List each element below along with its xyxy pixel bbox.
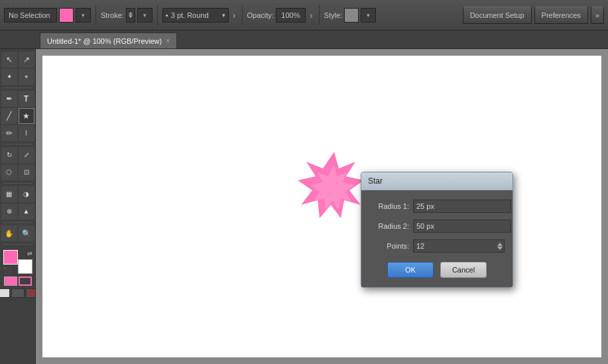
tool-separator-1	[3, 88, 32, 88]
hand-tool[interactable]: ✋	[1, 225, 17, 241]
paintbucket-tool[interactable]: ▲	[19, 204, 34, 219]
rotate-tool[interactable]: ↻	[1, 147, 17, 163]
toolbox: ↖ ↗ ✦ ⌖ ✒ T ╱ ★ ✏ ⌇ ↻ ⤢ ⬡ ⊡ ▦	[0, 49, 36, 364]
canvas-area: Star Radius 1: Radius 2: Points:	[36, 49, 608, 364]
fill-dropdown[interactable]	[76, 8, 91, 23]
tool-row-1: ↖ ↗	[1, 52, 34, 68]
fill-color-swatch[interactable]	[59, 8, 74, 23]
style-dropdown[interactable]	[361, 8, 376, 23]
radius2-label: Radius 2:	[369, 222, 409, 230]
dialog-buttons: OK Cancel	[369, 262, 505, 278]
points-down-icon[interactable]	[497, 247, 503, 250]
brush-label: 3 pt. Round	[171, 11, 209, 19]
fill-indicator[interactable]	[4, 276, 17, 286]
color-swatches: ⇄ ⬛	[3, 250, 32, 274]
zoom-tool[interactable]: 🔍	[19, 225, 34, 241]
opacity-label: Opacity:	[247, 11, 274, 19]
tool-separator-3	[3, 183, 32, 184]
tab-close-button[interactable]: ×	[166, 37, 170, 44]
stroke-dropdown[interactable]	[137, 8, 152, 23]
brush-expand-btn[interactable]: ›	[231, 10, 237, 21]
select-tool[interactable]: ↖	[1, 52, 17, 68]
tool-separator-2	[3, 144, 32, 145]
graph-tool[interactable]: ▦	[1, 186, 17, 202]
points-spinner[interactable]	[413, 239, 505, 253]
background-color-swatch[interactable]	[18, 259, 32, 274]
selection-label: No Selection	[4, 8, 57, 23]
tool-row-8: ▦ ◑	[1, 186, 34, 202]
tool-row-3: ✒ T	[1, 91, 34, 107]
brush-selector[interactable]: • 3 pt. Round	[162, 8, 229, 23]
stroke-spinner[interactable]	[126, 8, 135, 23]
warp-tool[interactable]: ⬡	[1, 164, 17, 180]
style-swatch[interactable]	[344, 8, 359, 23]
stroke-down-icon[interactable]	[129, 15, 133, 18]
points-spinner-buttons	[497, 240, 504, 252]
main-area: ↖ ↗ ✦ ⌖ ✒ T ╱ ★ ✏ ⌇ ↻ ⤢ ⬡ ⊡ ▦	[0, 49, 608, 364]
stroke-indicator[interactable]	[19, 276, 32, 286]
stroke-label: Stroke:	[101, 11, 124, 19]
opacity-expand-btn[interactable]: ›	[308, 10, 314, 21]
dialog-body: Radius 1: Radius 2: Points:	[361, 190, 513, 287]
pen-tool[interactable]: ✒	[1, 91, 17, 107]
points-input[interactable]	[414, 242, 497, 250]
document-tab[interactable]: Untitled-1* @ 100% (RGB/Preview) ×	[40, 32, 177, 48]
style-label: Style:	[324, 11, 343, 19]
swap-colors-icon[interactable]: ⇄	[27, 250, 32, 257]
tool-row-10: ✋ 🔍	[1, 225, 34, 241]
divider3	[242, 5, 243, 25]
normal-mode-btn[interactable]	[0, 288, 10, 298]
gradient-mode-btn[interactable]	[11, 288, 25, 298]
tab-bar: Untitled-1* @ 100% (RGB/Preview) ×	[0, 30, 608, 49]
opacity-section: Opacity:	[247, 8, 306, 23]
tool-row-4: ╱ ★	[1, 108, 34, 124]
stroke-up-icon[interactable]	[129, 12, 133, 15]
cancel-button[interactable]: Cancel	[440, 262, 487, 278]
tab-title: Untitled-1* @ 100% (RGB/Preview)	[47, 37, 162, 45]
fill-stroke-area	[4, 276, 32, 286]
more-button[interactable]: »	[591, 7, 604, 24]
dialog-title: Star	[368, 176, 383, 186]
radius1-input[interactable]	[413, 200, 511, 213]
tool-row-2: ✦ ⌖	[1, 69, 34, 85]
stroke-spinner-btns[interactable]	[129, 12, 133, 18]
tool-separator-4	[3, 222, 32, 223]
stroke-controls: Stroke:	[101, 8, 152, 23]
ok-button[interactable]: OK	[387, 262, 434, 278]
tool-row-6: ↻ ⤢	[1, 147, 34, 163]
default-colors-icon[interactable]: ⬛	[3, 267, 11, 274]
prefs-button[interactable]: Preferences	[534, 7, 588, 24]
points-up-icon[interactable]	[497, 243, 503, 246]
radius2-row: Radius 2:	[369, 219, 505, 233]
divider2	[157, 5, 158, 25]
points-label: Points:	[369, 242, 409, 250]
selection-section: No Selection	[4, 8, 91, 23]
tool-row-9: ⊕ ▲	[1, 204, 34, 219]
divider1	[95, 5, 96, 25]
scale-tool[interactable]: ⤢	[19, 147, 34, 163]
direct-select-tool[interactable]: ↗	[19, 52, 34, 68]
brush-tool[interactable]: ⌇	[19, 125, 34, 141]
line-tool[interactable]: ╱	[1, 108, 17, 124]
pencil-tool[interactable]: ✏	[1, 125, 17, 141]
tool-separator-5	[3, 244, 32, 245]
opacity-input[interactable]	[276, 8, 306, 23]
dialog-overlay: Star Radius 1: Radius 2: Points:	[36, 49, 608, 364]
doc-setup-button[interactable]: Document Setup	[463, 7, 532, 24]
star-dialog: Star Radius 1: Radius 2: Points:	[361, 172, 513, 288]
radius1-label: Radius 1:	[369, 202, 409, 210]
mode-buttons: ⊘	[0, 288, 36, 298]
dialog-title-bar: Star	[361, 172, 513, 190]
none-mode-btn[interactable]: ⊘	[26, 288, 36, 298]
foreground-color-swatch[interactable]	[3, 250, 18, 265]
style-section: Style:	[324, 8, 377, 23]
shape-tool[interactable]: ★	[19, 108, 34, 124]
points-row: Points:	[369, 239, 505, 253]
type-tool[interactable]: T	[19, 91, 34, 107]
lasso-tool[interactable]: ⌖	[19, 69, 34, 85]
eyedropper-tool[interactable]: ⊕	[1, 204, 17, 219]
radius2-input[interactable]	[413, 219, 511, 233]
gradient-tool[interactable]: ◑	[19, 186, 34, 202]
free-transform-tool[interactable]: ⊡	[19, 164, 34, 180]
magic-wand-tool[interactable]: ✦	[1, 69, 17, 85]
